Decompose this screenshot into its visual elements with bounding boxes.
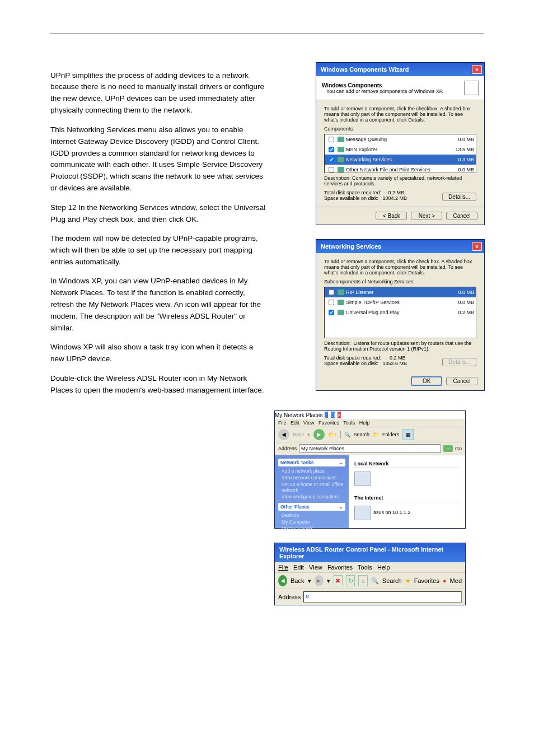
sidebar-link[interactable]: View workgroup computers xyxy=(282,494,345,500)
checkbox[interactable] xyxy=(329,137,334,142)
sidebar-link[interactable]: Set up a home or small office network xyxy=(282,482,345,493)
menubar[interactable]: File Edit View Favorites Tools Help xyxy=(275,562,465,573)
refresh-icon[interactable]: ↻ xyxy=(346,575,355,586)
media-icon[interactable]: ● xyxy=(443,577,447,584)
views-icon[interactable]: ▦ xyxy=(402,429,414,440)
header-title: Windows Components xyxy=(322,82,443,88)
menu-file[interactable]: File xyxy=(278,564,288,571)
dialog-titlebar: Windows Components Wizard × xyxy=(316,63,484,76)
menu-help[interactable]: Help xyxy=(377,564,390,571)
sidebar-link[interactable]: My Documents xyxy=(282,526,345,531)
folders-icon[interactable]: 📁 xyxy=(373,432,379,437)
dialog-header: Windows Components You can add or remove… xyxy=(316,76,484,100)
sidebar-link[interactable]: My Computer xyxy=(282,519,345,525)
paragraph: The modem will now be detected by UPnP-c… xyxy=(50,233,269,268)
component-icon xyxy=(338,300,344,305)
address-input[interactable] xyxy=(299,444,441,453)
checkbox[interactable] xyxy=(329,147,334,152)
paragraph: This Networking Services menu also allow… xyxy=(50,124,269,195)
dialog-title: Networking Services xyxy=(321,243,381,250)
close-icon[interactable]: × xyxy=(337,411,341,419)
favorites-icon[interactable]: ★ xyxy=(405,577,411,585)
sidebar-link[interactable]: Add a network place xyxy=(282,468,345,474)
menu-help[interactable]: Help xyxy=(359,420,370,426)
list-item: Message Queuing0.0 MB xyxy=(325,134,476,144)
details-button[interactable]: Details... xyxy=(442,193,476,201)
step-label: Step 12 xyxy=(50,203,77,212)
component-icon xyxy=(338,137,344,142)
menu-favorites[interactable]: Favorites xyxy=(318,420,339,426)
checkbox[interactable] xyxy=(329,300,334,305)
search-icon[interactable]: 🔍 xyxy=(371,577,379,585)
cancel-button[interactable]: Cancel xyxy=(446,212,477,220)
search-icon[interactable]: 🔍 xyxy=(344,432,350,437)
network-tasks-header[interactable]: Network Tasks⌄ xyxy=(278,459,345,466)
go-button[interactable]: → xyxy=(443,445,453,452)
checkbox[interactable] xyxy=(329,167,334,172)
menu-view[interactable]: View xyxy=(309,564,322,571)
group-header: Local Network xyxy=(354,461,460,468)
cancel-button[interactable]: Cancel xyxy=(446,377,477,385)
windows-components-wizard: Windows Components Wizard × Windows Comp… xyxy=(316,62,485,225)
home-icon[interactable]: ⌂ xyxy=(358,575,367,586)
forward-icon[interactable]: ► xyxy=(313,429,325,440)
paragraph: Step 12 In the Networking Services windo… xyxy=(50,202,269,226)
close-icon[interactable]: × xyxy=(472,65,482,74)
menubar[interactable]: File Edit View Favorites Tools Help xyxy=(275,419,465,427)
item-label[interactable]: asus on 10.1.1.2 xyxy=(373,510,411,515)
menu-tools[interactable]: Tools xyxy=(358,564,372,571)
stop-icon[interactable]: ✖ xyxy=(334,575,343,586)
dialog-title: Windows Components Wizard xyxy=(321,66,409,73)
sidebar-link[interactable]: Desktop xyxy=(282,512,345,518)
next-button[interactable]: Next > xyxy=(411,212,442,220)
sidebar-link[interactable]: View network connections xyxy=(282,475,345,480)
ok-button[interactable]: OK xyxy=(411,376,442,386)
checkbox[interactable] xyxy=(329,290,334,295)
ie-window: Wireless ADSL Router Control Panel - Mic… xyxy=(274,543,466,605)
component-icon xyxy=(338,290,344,295)
paragraph: UPnP simplifies the process of adding de… xyxy=(50,70,269,117)
back-button[interactable]: < Back xyxy=(376,212,407,220)
list-item: MSN Explorer13.5 MB xyxy=(325,144,476,155)
close-icon[interactable]: × xyxy=(472,242,482,251)
instruction-text: To add or remove a component, click the … xyxy=(324,106,476,123)
component-icon xyxy=(338,310,344,315)
group-header: The Internet xyxy=(354,495,460,502)
window-title: My Network Places xyxy=(275,412,323,418)
device-icon[interactable] xyxy=(354,472,371,486)
paragraph: Double-click the Wireless ADSL Router ic… xyxy=(50,373,269,396)
menu-file[interactable]: File xyxy=(278,420,287,426)
back-icon[interactable]: ◄ xyxy=(278,429,289,440)
other-places-header[interactable]: Other Places⌄ xyxy=(278,503,345,511)
side-panel: Network Tasks⌄ Add a network place View … xyxy=(275,455,349,528)
checkbox[interactable] xyxy=(329,310,334,315)
menu-view[interactable]: View xyxy=(303,420,314,426)
up-icon[interactable]: 📁↑ xyxy=(328,432,337,437)
address-input[interactable]: e xyxy=(303,591,462,603)
menu-edit[interactable]: Edit xyxy=(293,564,304,571)
subcomponents-list[interactable]: RIP Listener0.0 MB Simple TCP/IP Service… xyxy=(324,287,476,338)
components-label: Components: xyxy=(324,126,476,132)
subcomponents-label: Subcomponents of Networking Services: xyxy=(324,279,476,284)
address-bar: Address → Go xyxy=(275,442,465,455)
address-bar: Address e xyxy=(275,589,465,605)
menu-tools[interactable]: Tools xyxy=(343,420,355,426)
minimize-icon[interactable]: _ xyxy=(324,411,329,419)
component-icon xyxy=(338,157,344,162)
list-item: Simple TCP/IP Services0.0 MB xyxy=(325,297,476,307)
maximize-icon[interactable]: □ xyxy=(330,411,335,419)
back-icon[interactable]: ◄ xyxy=(278,575,287,586)
components-list[interactable]: Message Queuing0.0 MB MSN Explorer13.5 M… xyxy=(324,134,476,173)
dialog-titlebar: Networking Services × xyxy=(316,240,484,253)
checkbox[interactable] xyxy=(329,157,334,162)
menu-edit[interactable]: Edit xyxy=(291,420,299,426)
my-network-places-window: My Network Places _ □ × File Edit View F… xyxy=(274,410,466,529)
forward-icon: ► xyxy=(315,575,324,586)
device-icon[interactable] xyxy=(354,506,371,520)
description-label: Description: xyxy=(324,175,351,181)
list-item: RIP Listener0.0 MB xyxy=(325,287,476,297)
menu-favorites[interactable]: Favorites xyxy=(327,564,353,571)
description-label: Description: xyxy=(324,340,351,346)
main-pane: Local Network The Internet asus on 10.1.… xyxy=(349,455,465,528)
details-button: Details... xyxy=(442,358,476,366)
